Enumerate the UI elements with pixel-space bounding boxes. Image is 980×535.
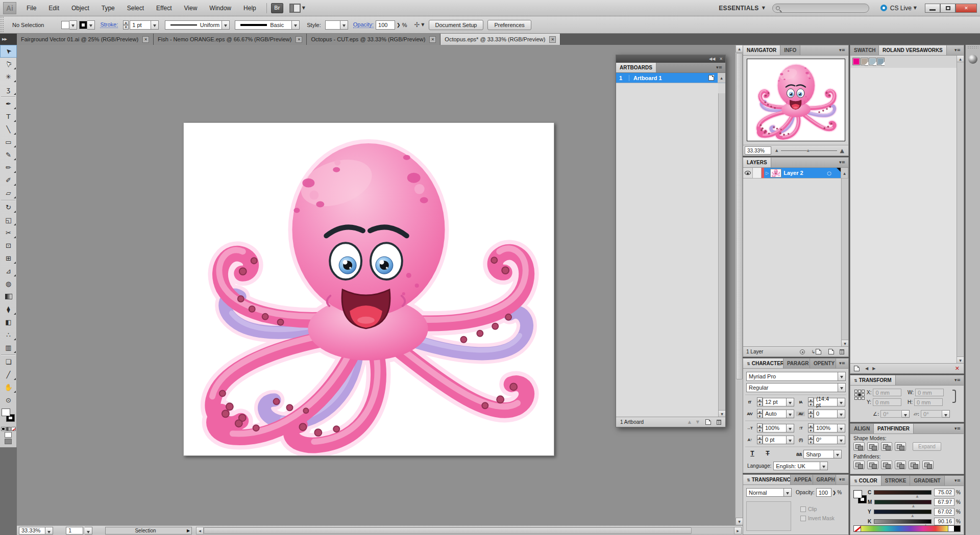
swatch-spot-3[interactable]	[877, 58, 885, 65]
zoom-in-icon[interactable]: ▲	[840, 148, 844, 154]
color-spectrum-bar[interactable]	[853, 525, 961, 532]
panel-grip[interactable]	[0, 16, 4, 33]
color-mode-icon[interactable]	[1, 427, 6, 431]
swatch-magenta[interactable]	[852, 58, 860, 65]
style-field[interactable]	[325, 20, 340, 30]
panel-menu-icon[interactable]: ▾≡	[836, 157, 848, 167]
eraser-tool[interactable]: ▱	[0, 187, 17, 199]
menu-effect[interactable]: Effect	[150, 0, 178, 16]
zoom-out-icon[interactable]: ▲	[775, 149, 778, 152]
tab-opentype[interactable]: OPENTY	[810, 359, 836, 368]
document-tab[interactable]: Fish - Nemo ORANGE.eps @ 66.67% (RGB/Pre…	[154, 34, 307, 45]
layer-expand-icon[interactable]: ▷	[766, 171, 769, 175]
character-rotation-control[interactable]: (T) ▲▼ 0°	[796, 435, 845, 444]
minus-front-button[interactable]	[867, 442, 878, 451]
tab-align[interactable]: ALIGN	[850, 424, 874, 434]
shear-field[interactable]: 0°	[921, 410, 942, 418]
hand-tool[interactable]: ✋	[0, 381, 17, 394]
none-swatch[interactable]	[854, 526, 861, 531]
panel-menu-icon[interactable]: ▾≡	[836, 358, 848, 368]
launch-bridge-button[interactable]: Br	[271, 3, 283, 13]
artboard-row[interactable]: 1 Artboard 1 ▲	[616, 73, 725, 83]
artboard[interactable]	[183, 122, 554, 456]
minus-back-button[interactable]	[922, 461, 934, 469]
mesh-tool[interactable]: ◍	[0, 277, 17, 290]
trim-button[interactable]	[867, 461, 878, 469]
pencil-tool[interactable]: ✏	[0, 161, 17, 174]
black-slider[interactable]: ▲	[874, 519, 932, 524]
layer-lock-toggle[interactable]	[753, 168, 762, 178]
restore-button[interactable]	[940, 4, 955, 13]
shape-builder-tool[interactable]: ⊞	[0, 252, 17, 265]
tab-graphic-styles[interactable]: GRAPH	[813, 475, 836, 485]
status-menu-icon[interactable]: ▶	[185, 528, 191, 533]
delete-artboard-icon[interactable]	[717, 420, 721, 425]
rotate-tool[interactable]: ↻	[0, 201, 17, 214]
black-swatch[interactable]	[954, 526, 960, 531]
tab-swatches[interactable]: SWATCH	[850, 45, 879, 55]
collapse-panel-icon[interactable]: ◀◀	[709, 57, 715, 61]
scroll-up-icon[interactable]: ▲	[736, 45, 743, 53]
status-display[interactable]: Selection ▶	[105, 527, 192, 534]
zoom-tool[interactable]: ⊙	[0, 394, 17, 406]
panel-collapse-icon[interactable]: ⇅	[747, 362, 750, 366]
artboard-number-field[interactable]: 1	[66, 527, 83, 534]
artboard-row-name[interactable]: Artboard 1	[629, 75, 705, 81]
isolate-caret-icon[interactable]: ▼	[421, 22, 424, 27]
vertical-scrollbar[interactable]: ▲ ▼	[735, 45, 743, 525]
swatches-scrollbar[interactable]: ▲ ▼	[957, 56, 964, 363]
dock-grip[interactable]	[967, 46, 978, 49]
cs-live-menu[interactable]: CS Live	[890, 5, 912, 12]
swatch-spot-1[interactable]	[861, 58, 868, 65]
delete-swatch-icon[interactable]: ✕	[955, 365, 960, 372]
preferences-button[interactable]: Preferences	[487, 20, 531, 30]
close-tab-icon[interactable]: ✕	[429, 36, 436, 43]
font-size-control[interactable]: tT ▲▼ 12 pt	[745, 397, 794, 406]
strikethrough-button[interactable]: T	[763, 450, 773, 457]
tab-artboards[interactable]: ARTBOARDS	[616, 63, 656, 72]
outline-button[interactable]	[909, 461, 920, 469]
divide-button[interactable]	[853, 461, 865, 469]
opacity-field[interactable]: 100	[376, 20, 395, 30]
blob-brush-tool[interactable]: ✐	[0, 174, 17, 187]
tab-navigator[interactable]: NAVIGATOR	[743, 45, 780, 55]
new-artboard-icon[interactable]	[705, 419, 711, 425]
rotate-field[interactable]: 0°	[880, 410, 902, 418]
line-tool[interactable]: ╲	[0, 123, 17, 136]
type-tool[interactable]: T	[0, 110, 17, 123]
delete-layer-icon[interactable]	[840, 349, 844, 354]
font-family-control[interactable]: Myriad Pro	[746, 372, 846, 381]
workspace-switcher[interactable]: ESSENTIALS	[719, 5, 758, 12]
none-mode-icon[interactable]	[11, 427, 16, 431]
tab-appearance[interactable]: APPEA	[791, 475, 813, 485]
zoom-slider-thumb[interactable]: ▲	[807, 148, 810, 152]
constrain-proportions-icon[interactable]	[952, 390, 956, 403]
swatch-libraries-icon[interactable]	[854, 366, 860, 371]
close-tab-icon[interactable]: ✕	[549, 36, 556, 43]
zoom-level-dropdown[interactable]	[45, 527, 53, 534]
color-fill-stroke-indicator[interactable]	[853, 490, 867, 503]
magenta-value-field[interactable]: 67.97	[934, 498, 954, 506]
language-control[interactable]: Language: English: UK	[747, 462, 828, 470]
magenta-slider[interactable]: ▲	[874, 500, 932, 504]
scroll-up-icon[interactable]: ▲	[843, 171, 846, 175]
scroll-left-icon[interactable]: ◀	[196, 527, 204, 534]
stroke-swatch[interactable]	[79, 21, 87, 29]
document-tab[interactable]: Octopus - CUT.eps @ 33.33% (RGB/Preview)…	[307, 34, 440, 45]
tab-layers[interactable]: LAYERS	[743, 158, 771, 167]
artboards-scrollbar[interactable]: ▼	[718, 93, 725, 417]
intersect-button[interactable]	[881, 442, 892, 451]
move-artboard-up-icon[interactable]: ▲	[688, 420, 691, 424]
merge-button[interactable]	[881, 461, 892, 469]
variable-width-profile-field[interactable]: Uniform	[165, 20, 222, 30]
tab-gradient[interactable]: GRADIENT	[910, 476, 944, 486]
kerning-control[interactable]: A/V ▲▼ Auto	[745, 409, 794, 418]
move-artboard-down-icon[interactable]: ▼	[696, 420, 699, 424]
panel-collapse-icon[interactable]: ⇅	[747, 478, 750, 482]
layer-name[interactable]: Layer 2	[783, 170, 803, 176]
menu-edit[interactable]: Edit	[42, 0, 65, 16]
tab-info[interactable]: INFO	[780, 45, 800, 55]
panel-menu-icon[interactable]: ▾≡	[951, 45, 964, 55]
cyan-value-field[interactable]: 75.02	[934, 489, 954, 496]
opacity-spinner-icon[interactable]: ❯	[832, 490, 837, 495]
